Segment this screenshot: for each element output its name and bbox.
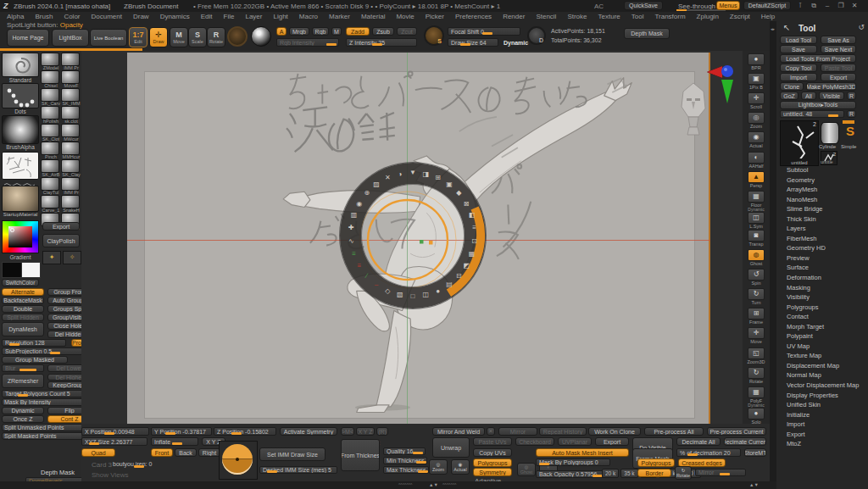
brush-shortcut[interactable]: IMM Pr bbox=[61, 177, 81, 195]
scale-button[interactable]: S Scale bbox=[188, 27, 207, 47]
menu-item[interactable]: Render bbox=[503, 13, 525, 20]
cylinder-tool-thumbnail[interactable] bbox=[821, 122, 839, 144]
palette-section[interactable]: Initialize bbox=[780, 410, 865, 420]
dynamesh-button[interactable]: DynaMesh bbox=[2, 322, 44, 336]
shelf-button[interactable]: ▦ Floor bbox=[743, 188, 770, 208]
rgb-button[interactable]: Rgb bbox=[312, 27, 329, 36]
tray-back-icon[interactable]: ↖ bbox=[783, 23, 790, 32]
paste-tool-button[interactable]: Paste Tool bbox=[821, 64, 856, 72]
palette-section[interactable]: ArrayMesh bbox=[780, 185, 865, 195]
tray-divider[interactable]: ◂▸ bbox=[770, 21, 776, 489]
menu-item[interactable]: Help bbox=[761, 13, 775, 20]
brush-shortcut[interactable]: SK_AirB bbox=[41, 159, 61, 177]
mirror-and-weld-button[interactable]: Mirror And Weld bbox=[432, 427, 485, 436]
save-button[interactable]: Save bbox=[780, 45, 817, 53]
load-tools-from-project-button[interactable]: Load Tools From Project bbox=[780, 54, 856, 63]
split-unmasked-points-button[interactable]: Split Unmasked Points bbox=[2, 424, 92, 431]
lightbox-tools-button[interactable]: Lightbox▸Tools bbox=[780, 101, 856, 109]
imm-size-preview[interactable] bbox=[219, 441, 258, 480]
import-button[interactable]: Import bbox=[780, 73, 817, 81]
make-polymesh3d-button[interactable]: Make PolyMesh3D bbox=[806, 82, 856, 91]
shelf-button[interactable]: Dynamic ◫ L.Sym bbox=[743, 208, 770, 227]
save-as-button[interactable]: Save As bbox=[821, 36, 856, 44]
live-boolean-button[interactable]: Live Boolean bbox=[90, 29, 127, 47]
stamp-icon[interactable]: S bbox=[424, 25, 444, 46]
tray-resize-handle[interactable]: ◂▸ bbox=[771, 26, 775, 31]
uv-polygroups-button[interactable]: Polygroups bbox=[473, 458, 512, 467]
window-control-icon[interactable]: – bbox=[822, 2, 832, 10]
repeat-history-button[interactable]: Repeat History bbox=[539, 427, 587, 436]
lightbox-button[interactable]: LightBox bbox=[52, 29, 89, 47]
current-texture-thumbnail[interactable] bbox=[2, 152, 39, 180]
export-button[interactable]: Export bbox=[42, 222, 80, 231]
r-button[interactable]: (R) bbox=[376, 427, 388, 436]
brush-shortcut[interactable]: ClayTul bbox=[41, 177, 61, 195]
z-position-slider[interactable]: Z Position -0.15802 bbox=[214, 427, 276, 436]
palette-section[interactable]: NanoMesh bbox=[780, 195, 865, 205]
split-masked-points-button[interactable]: Split Masked Points bbox=[2, 432, 92, 440]
draw-button[interactable]: ✛ Draw bbox=[149, 27, 168, 47]
shelf-button[interactable]: ▦ PolyF bbox=[743, 384, 770, 403]
menu-item[interactable]: Brush bbox=[35, 13, 53, 20]
spotlight-value[interactable]: Opacity bbox=[60, 21, 83, 29]
export-button[interactable]: Export bbox=[821, 73, 856, 81]
palette-section[interactable]: Texture Map bbox=[780, 351, 865, 361]
brush-shortcut[interactable]: SK_Clay bbox=[61, 159, 81, 177]
quicksave-button[interactable]: QuickSave bbox=[624, 1, 663, 10]
palette-section[interactable]: Subtool bbox=[780, 165, 865, 175]
brush-shortcut[interactable]: MWcur bbox=[61, 124, 81, 142]
palette-section[interactable]: Masking bbox=[780, 283, 865, 293]
brush-shortcut[interactable]: SK_Clot bbox=[41, 124, 61, 142]
double-button[interactable]: Double bbox=[2, 305, 44, 313]
menu-item[interactable]: Zscript bbox=[730, 13, 750, 20]
menu-item[interactable]: Material bbox=[361, 13, 385, 20]
border-button[interactable]: Border bbox=[637, 469, 671, 477]
main-color-swatch[interactable] bbox=[2, 262, 22, 278]
mask-by-intensity-button[interactable]: Mask By Intensity bbox=[2, 398, 92, 406]
uv-export-button[interactable]: Export bbox=[595, 437, 629, 446]
shelf-button[interactable]: ⊞ Frame bbox=[743, 305, 770, 325]
dynamic-button[interactable]: Dynamic bbox=[2, 407, 44, 414]
palette-section[interactable]: Visibility bbox=[780, 292, 865, 303]
quality-slider[interactable]: Quality 16 bbox=[383, 447, 426, 455]
current-brush-thumbnail[interactable] bbox=[2, 53, 39, 77]
brush-shortcut[interactable]: SK_IMM bbox=[61, 88, 81, 106]
backface-mask-button[interactable]: BackfaceMask bbox=[2, 297, 44, 304]
shelf-button[interactable]: ◙ Transp bbox=[743, 227, 770, 247]
current-alpha-thumbnail[interactable] bbox=[2, 115, 39, 144]
brush-shortcut[interactable]: Pinch bbox=[41, 142, 61, 159]
show-views-label[interactable]: Show Views bbox=[92, 471, 128, 479]
brush-shortcut[interactable]: Chisel bbox=[41, 70, 61, 88]
menu-item[interactable]: Layer bbox=[245, 13, 262, 20]
palette-section[interactable]: Vector Displacement Map bbox=[780, 381, 865, 391]
menu-item[interactable]: Zplugin bbox=[697, 13, 719, 20]
front-button[interactable]: Front bbox=[151, 448, 173, 457]
ghost-button[interactable]: ◍Ghost bbox=[517, 463, 536, 476]
current-stroke-thumbnail[interactable] bbox=[2, 83, 39, 108]
brush-shortcut[interactable]: SK_Carv bbox=[41, 88, 61, 106]
right-button[interactable]: Right bbox=[198, 448, 220, 457]
shelf-button[interactable]: ◉ Actual bbox=[743, 129, 770, 148]
palette-section[interactable]: UV Map bbox=[780, 342, 865, 352]
macro-icon[interactable]: ✧ bbox=[63, 251, 81, 264]
target-polygons-slider[interactable]: Target Polygons Count 5 bbox=[2, 390, 92, 397]
menu-item[interactable]: File bbox=[224, 13, 235, 20]
menu-item[interactable]: Picker bbox=[426, 13, 444, 20]
palette-section[interactable]: Export bbox=[780, 430, 865, 440]
decimate-all-button[interactable]: Decimate All bbox=[676, 437, 721, 446]
menu-item[interactable]: Edit bbox=[201, 13, 213, 20]
goz-visible-button[interactable]: Visible bbox=[819, 92, 844, 100]
brush-shortcut[interactable]: hPolish bbox=[41, 106, 61, 124]
tool-r-button[interactable]: R bbox=[847, 110, 856, 118]
shelf-button[interactable]: ◎ Zoom bbox=[743, 109, 770, 129]
brush-shortcut[interactable]: SnakeH bbox=[61, 195, 81, 213]
camera-head-preview[interactable] bbox=[678, 80, 709, 136]
palette-section[interactable]: Geometry HD bbox=[780, 243, 865, 253]
viewport-canvas[interactable]: ▼◨⊞▣◆⊠◧≡⊡▦◩⊟▤●◫□▧◇–∕≡≡∿✚▥◉⊕▨✕◑ bbox=[81, 51, 743, 424]
clay-polish-button[interactable]: ClayPolish bbox=[42, 234, 80, 247]
palette-section[interactable]: Deformation bbox=[780, 273, 865, 283]
menu-item[interactable]: Movie bbox=[396, 13, 414, 20]
menu-item[interactable]: Transform bbox=[654, 13, 685, 20]
boutyou-slider[interactable]: boutyou iren: 0 bbox=[110, 460, 166, 468]
xyz-button[interactable]: X Y Z bbox=[356, 427, 375, 436]
